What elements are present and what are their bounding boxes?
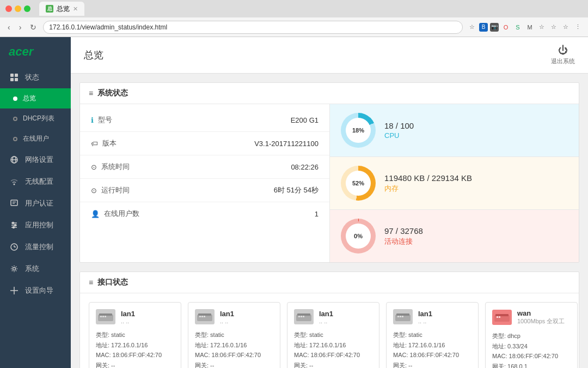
svg-rect-3: [15, 78, 18, 81]
sidebar-label-status: 状态: [25, 73, 39, 82]
status-row-users: 👤 在线用户数 1: [80, 202, 329, 225]
svg-rect-35: [301, 316, 302, 317]
svg-point-15: [13, 227, 15, 228]
model-label: 型号: [98, 115, 291, 125]
mem-percent: 52%: [346, 171, 371, 196]
timer-icon: ⊙: [91, 186, 97, 195]
interface-card-lan1-4: lan1 .. .. 类型: static 地址: 172.16.0.1/16 …: [386, 302, 479, 368]
minimize-button[interactable]: [15, 5, 21, 12]
sidebar-item-wizard[interactable]: 设置向导: [0, 280, 71, 301]
tab-favicon: 总: [46, 5, 53, 13]
info-icon: ℹ: [91, 116, 94, 124]
version-label: 版本: [102, 138, 254, 148]
conn-info: 97 / 32768 活动连接: [384, 226, 568, 246]
ext-icon-3[interactable]: O: [501, 22, 511, 32]
status-row-uptime: ⊙ 运行时间 6时 51分 54秒: [80, 179, 329, 202]
maximize-button[interactable]: [24, 5, 30, 12]
sidebar-logo: acer: [0, 37, 71, 67]
interface-card-lan1-2: lan1 .. .. 类型: static 地址: 172.16.0.1/16 …: [188, 302, 280, 368]
sidebar-label-wizard: 设置向导: [25, 286, 53, 295]
browser-toolbar: ‹ › ↻ ☆ B 📷 O S M ☆ ☆ ☆ ⋮: [0, 17, 588, 37]
page-title: 总览: [84, 49, 103, 62]
sidebar-label-system: 系统: [25, 264, 39, 274]
interface-subtitle: .. ..: [121, 318, 135, 324]
gauge-card-cpu: 18% 18 / 100 CPU: [330, 104, 579, 157]
interface-detail: 类型: static 地址: 172.16.0.1/16 MAC: 18:06:…: [294, 330, 372, 368]
status-rows: ℹ 型号 E200 G1 🏷 版本 V3.1-201711221100 ⊙ 系统…: [80, 104, 329, 262]
mem-info: 119480 KB / 229134 KB 内存: [384, 173, 568, 194]
sidebar-item-overview[interactable]: 总览: [0, 88, 71, 108]
window-controls: [5, 5, 30, 12]
interface-header: lan1 .. ..: [393, 309, 471, 324]
dot-icon: [13, 117, 17, 121]
svg-rect-23: [99, 313, 112, 316]
interface-name: wan: [517, 309, 565, 317]
sidebar-item-appcontrol[interactable]: 应用控制: [0, 214, 71, 236]
user-icon: 👤: [91, 210, 100, 218]
ext-icon-8[interactable]: ☆: [561, 22, 571, 32]
conn-percent: 0%: [346, 224, 371, 249]
systime-label: 系统时间: [101, 162, 291, 172]
sidebar: acer 状态 总览 DHCP列表: [0, 37, 71, 368]
svg-rect-43: [495, 314, 509, 316]
interface-header: lan1 .. ..: [294, 309, 372, 324]
sidebar-item-wireless[interactable]: 无线配置: [0, 171, 71, 192]
browser-tab[interactable]: 总 总览 ✕: [39, 2, 84, 16]
interface-subtitle: 1000Mbps 全双工: [517, 317, 565, 325]
interface-detail: 类型: dhcp 地址: 0.33/24 MAC: 18:06:FF:0F:42…: [492, 331, 571, 368]
sidebar-item-system[interactable]: 系统: [0, 258, 71, 280]
sidebar-item-flowcontrol[interactable]: 流量控制: [0, 236, 71, 258]
interface-detail: 类型: static 地址: 172.16.0.1/16 MAC: 18:06:…: [96, 330, 174, 368]
grid-icon: [9, 72, 20, 83]
svg-point-14: [15, 225, 16, 226]
systime-value: 08:22:26: [291, 163, 318, 171]
cpu-gauge: 18%: [341, 113, 376, 148]
sidebar-item-online[interactable]: 在线用户: [0, 129, 71, 149]
svg-rect-26: [105, 316, 106, 317]
model-value: E200 G1: [291, 116, 318, 124]
svg-rect-30: [201, 316, 203, 317]
user-icon: [9, 198, 20, 209]
interface-status-title: 接口状态: [97, 277, 128, 287]
svg-rect-39: [397, 316, 399, 317]
forward-button[interactable]: ›: [17, 22, 24, 33]
sidebar-item-userauth[interactable]: 用户认证: [0, 192, 71, 214]
ext-icon-6[interactable]: ☆: [537, 22, 547, 32]
lan-device-icon: [294, 309, 314, 324]
interface-subtitle: .. ..: [418, 318, 432, 324]
svg-point-19: [13, 268, 16, 270]
cpu-info: 18 / 100 CPU: [384, 121, 568, 140]
users-label: 在线用户数: [104, 209, 315, 219]
mem-value: 119480 KB / 229134 KB: [384, 173, 568, 183]
interface-name: lan1: [418, 310, 432, 318]
refresh-button[interactable]: ↻: [28, 22, 39, 33]
interface-name-info: lan1 .. ..: [220, 310, 234, 324]
ext-icon-2[interactable]: 📷: [490, 23, 499, 32]
wifi-icon: [9, 176, 20, 187]
sidebar-item-status[interactable]: 状态: [0, 67, 71, 88]
sidebar-item-dhcp[interactable]: DHCP列表: [0, 108, 71, 129]
conn-label: 活动连接: [384, 237, 568, 246]
sidebar-label-dhcp: DHCP列表: [23, 114, 54, 123]
sliders-icon: [9, 220, 20, 231]
back-button[interactable]: ‹: [5, 22, 13, 33]
ext-icon-7[interactable]: ☆: [549, 22, 559, 32]
sidebar-label-wireless: 无线配置: [25, 177, 53, 186]
tag-icon: 🏷: [91, 140, 98, 148]
interface-status-header: ≡ 接口状态: [80, 272, 579, 293]
tab-close-icon[interactable]: ✕: [73, 5, 78, 13]
content-area: 总览 ⏻ 退出系统 ≡ 系统状态 ℹ 型号 E200 G1: [71, 37, 588, 368]
bookmark-icon[interactable]: ☆: [467, 22, 477, 32]
more-icon[interactable]: ⋮: [573, 22, 583, 32]
address-bar[interactable]: [43, 21, 463, 34]
svg-rect-36: [303, 316, 304, 317]
interface-name-info: lan1 .. ..: [121, 310, 135, 324]
logout-button[interactable]: ⏻ 退出系统: [551, 45, 575, 65]
ext-icon-1[interactable]: B: [479, 23, 488, 32]
sidebar-item-network[interactable]: 网络设置: [0, 149, 71, 171]
close-button[interactable]: [5, 5, 12, 12]
ext-icon-4[interactable]: S: [513, 22, 523, 32]
cpu-percent: 18%: [346, 118, 371, 143]
ext-icon-5[interactable]: M: [525, 22, 535, 32]
gear-icon: [9, 263, 20, 274]
